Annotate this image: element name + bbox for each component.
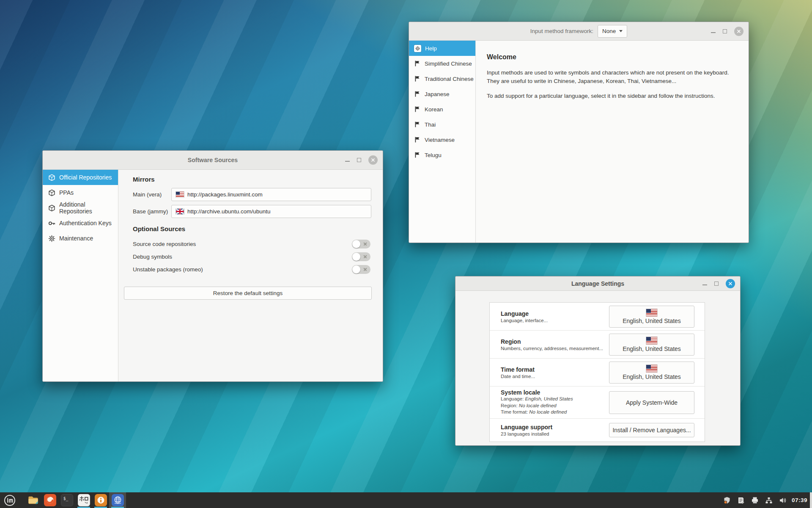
flag-icon bbox=[414, 91, 421, 97]
button-label: English, United States bbox=[623, 318, 681, 324]
install-remove-languages-button[interactable]: Install / Remove Languages... bbox=[609, 423, 694, 437]
volume-icon[interactable] bbox=[779, 497, 787, 504]
toggle-off-icon bbox=[363, 242, 367, 246]
welcome-heading: Welcome bbox=[487, 53, 737, 61]
debug-symbols-toggle[interactable] bbox=[352, 252, 370, 261]
sidebar-item-korean[interactable]: Korean bbox=[409, 102, 475, 117]
toggle-row-unstable-packages: Unstable packages (romeo) bbox=[133, 263, 372, 276]
language-select-button[interactable]: English, United States bbox=[609, 306, 694, 328]
sidebar-item-official-repositories[interactable]: Official Repositories bbox=[43, 170, 118, 185]
taskbar-item-terminal[interactable]: $_ bbox=[58, 492, 75, 508]
close-button[interactable] bbox=[368, 155, 378, 165]
window-language-settings: Language Settings Language Language, int… bbox=[455, 276, 741, 446]
printer-icon[interactable] bbox=[751, 497, 759, 504]
minimize-button[interactable] bbox=[702, 284, 707, 285]
sidebar-item-maintenance[interactable]: Maintenance bbox=[43, 231, 118, 246]
taskbar-item-firefox[interactable] bbox=[41, 492, 58, 508]
close-button[interactable] bbox=[726, 279, 735, 288]
minimize-button[interactable] bbox=[345, 161, 350, 162]
titlebar-software-sources[interactable]: Software Sources bbox=[43, 151, 383, 170]
mint-menu-button[interactable] bbox=[0, 492, 19, 508]
row-text: System locale Language: English, United … bbox=[501, 389, 609, 416]
minimize-button[interactable] bbox=[711, 32, 716, 33]
toggle-knob bbox=[352, 265, 360, 273]
toggle-row-debug-symbols: Debug symbols bbox=[133, 250, 372, 263]
sidebar-item-ppas[interactable]: PPAs bbox=[43, 185, 118, 200]
sidebar-item-authentication-keys[interactable]: Authentication Keys bbox=[43, 215, 118, 231]
sidebar-item-thai[interactable]: Thai bbox=[409, 117, 475, 132]
maximize-button[interactable] bbox=[714, 282, 719, 286]
taskbar-item-language-settings[interactable] bbox=[109, 492, 126, 508]
taskbar-item-software-sources[interactable] bbox=[92, 492, 109, 508]
row-title: Time format bbox=[501, 366, 609, 373]
network-icon[interactable] bbox=[765, 497, 773, 504]
toggle-label: Unstable packages (romeo) bbox=[133, 266, 203, 273]
show-desktop-button[interactable] bbox=[810, 492, 812, 508]
unstable-packages-toggle[interactable] bbox=[352, 265, 370, 274]
close-button[interactable] bbox=[734, 27, 743, 36]
taskbar-item-input-method[interactable] bbox=[75, 492, 92, 508]
clock[interactable]: 07:39 bbox=[792, 497, 807, 503]
list-item-language-support: Language support 23 languages installed … bbox=[490, 419, 705, 442]
sidebar-item-telugu[interactable]: Telugu bbox=[409, 147, 475, 163]
mint-logo-icon bbox=[3, 494, 16, 507]
base-mirror-field[interactable]: http://archive.ubuntu.com/ubuntu bbox=[171, 205, 371, 218]
base-mirror-label: Base (jammy) bbox=[133, 208, 171, 215]
row-button-box: English, United States bbox=[609, 362, 694, 384]
main-mirror-field[interactable]: http://packages.linuxmint.com bbox=[171, 188, 371, 201]
flag-icon bbox=[414, 60, 421, 67]
package-icon bbox=[48, 174, 55, 181]
sidebar-item-additional-repositories[interactable]: Additional Repositories bbox=[43, 200, 118, 215]
sidebar-item-label: Telugu bbox=[425, 152, 442, 158]
restore-defaults-button[interactable]: Restore the default settings bbox=[124, 287, 372, 300]
package-icon bbox=[48, 189, 55, 196]
package-icon bbox=[48, 204, 55, 212]
maximize-button[interactable] bbox=[723, 29, 727, 33]
toggle-off-icon bbox=[363, 268, 367, 271]
report-icon[interactable] bbox=[737, 497, 745, 504]
row-text: Region Numbers, currency, addresses, mea… bbox=[501, 338, 609, 351]
titlebar-language-settings[interactable]: Language Settings bbox=[455, 276, 740, 291]
sidebar-item-vietnamese[interactable]: Vietnamese bbox=[409, 132, 475, 147]
apply-system-wide-button[interactable]: Apply System-Wide bbox=[609, 391, 694, 414]
window-controls bbox=[711, 22, 743, 40]
sidebar-item-label: Thai bbox=[425, 121, 436, 128]
sidebar-item-label: Japanese bbox=[425, 91, 450, 97]
window-controls bbox=[345, 151, 378, 169]
sidebar-item-japanese[interactable]: Japanese bbox=[409, 86, 475, 102]
row-subtitle: Numbers, currency, addresses, measuremen… bbox=[501, 346, 609, 351]
sidebar-item-simplified-chinese[interactable]: Simplified Chinese bbox=[409, 56, 475, 71]
region-select-button[interactable]: English, United States bbox=[609, 334, 694, 356]
window-input-method: Input method framework: None Help bbox=[409, 22, 749, 243]
row-text: Time format Date and time... bbox=[501, 366, 609, 379]
sidebar-item-label: Korean bbox=[425, 106, 443, 113]
software-sources-content: Mirrors Main (vera) http://packages.linu… bbox=[118, 170, 383, 382]
sidebar-item-label: Traditional Chinese bbox=[425, 76, 474, 82]
us-flag-icon bbox=[646, 309, 657, 316]
system-tray bbox=[723, 497, 787, 504]
time-format-select-button[interactable]: English, United States bbox=[609, 362, 694, 384]
input-method-sidebar: Help Simplified Chinese Traditional Chin… bbox=[409, 41, 476, 243]
row-text: Language Language, interface... bbox=[501, 310, 609, 323]
sidebar-item-help[interactable]: Help bbox=[409, 41, 475, 56]
taskbar-item-file-manager[interactable] bbox=[25, 492, 41, 508]
maximize-button[interactable] bbox=[357, 158, 361, 162]
input-method-icon bbox=[78, 494, 90, 506]
mirror-row-base: Base (jammy) http://archive.ubuntu.com/u… bbox=[133, 205, 372, 218]
toggle-off-icon bbox=[363, 255, 367, 259]
framework-dropdown[interactable]: None bbox=[598, 25, 627, 38]
sidebar-item-traditional-chinese[interactable]: Traditional Chinese bbox=[409, 71, 475, 86]
sidebar-item-label: Official Repositories bbox=[59, 174, 112, 181]
flag-icon bbox=[414, 75, 421, 82]
source-code-toggle[interactable] bbox=[352, 240, 370, 248]
sidebar-item-label: Additional Repositories bbox=[59, 201, 118, 215]
software-sources-body: Official Repositories PPAs Additional Re… bbox=[43, 170, 383, 382]
toggle-label: Debug symbols bbox=[133, 254, 172, 260]
row-title: Language bbox=[501, 310, 609, 317]
list-item-time-format: Time format Date and time... English, Un… bbox=[490, 359, 705, 387]
flag-icon bbox=[414, 152, 421, 158]
titlebar-input-method[interactable]: Input method framework: None bbox=[409, 22, 749, 41]
update-shield-icon[interactable] bbox=[723, 497, 731, 504]
row-button-box: Apply System-Wide bbox=[609, 391, 694, 414]
row-button-box: Install / Remove Languages... bbox=[609, 423, 694, 437]
